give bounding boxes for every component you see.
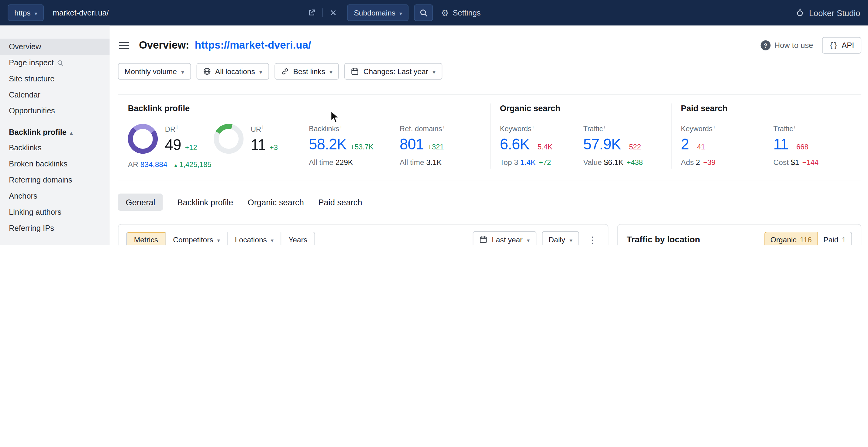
changes-filter-dropdown[interactable]: Changes: Last year	[345, 63, 442, 80]
caret-down-icon	[569, 235, 572, 244]
toggle-organic[interactable]: Organic 116	[764, 232, 818, 245]
sidebar: Overview Page inspect Site structure Cal…	[0, 26, 110, 245]
sidebar-item-calendar[interactable]: Calendar	[0, 87, 110, 103]
info-icon: i	[262, 125, 264, 130]
tab-general[interactable]: General	[118, 194, 163, 211]
gear-icon	[441, 8, 449, 18]
caret-up-icon	[70, 128, 73, 137]
link-icon	[281, 67, 289, 75]
scope-dropdown[interactable]: Subdomains	[347, 5, 409, 21]
scope-label: Subdomains	[354, 8, 395, 17]
more-options-icon[interactable]	[584, 234, 600, 245]
protocol-label: https	[14, 8, 30, 17]
page-title: Overview:	[139, 39, 189, 51]
info-icon: i	[604, 124, 605, 129]
years-button[interactable]: Years	[281, 232, 315, 245]
open-external-icon[interactable]	[307, 8, 317, 18]
caret-down-icon	[527, 235, 530, 244]
settings-button[interactable]: Settings	[441, 8, 481, 18]
question-circle-icon: ?	[761, 40, 770, 50]
ur-donut-chart	[214, 124, 243, 153]
up-arrow-icon	[173, 160, 179, 169]
performance-toolbar: Metrics Competitors Locations Years Last…	[119, 225, 608, 246]
granularity-dropdown[interactable]: Daily	[542, 231, 579, 245]
settings-label: Settings	[453, 8, 480, 17]
caret-down-icon	[271, 235, 274, 244]
date-range-dropdown[interactable]: Last year	[473, 231, 536, 245]
organic-keywords-metric: Keywordsi 6.6K−5.4K Top 3 1.4K +72	[500, 124, 583, 167]
ar-value[interactable]: 834,884	[141, 160, 167, 169]
paid-count-badge: 1	[842, 235, 846, 244]
stats-panel: Backlink profile DRi 49+12 A	[118, 94, 861, 180]
overview-tabs: General Backlink profile Organic search …	[118, 194, 861, 211]
looker-studio-button[interactable]: Looker Studio	[796, 8, 860, 17]
caret-down-icon	[433, 67, 436, 75]
ref-domains-metric: Ref. domainsi 801+321 All time 3.1K	[400, 124, 491, 169]
url-bar[interactable]: market-dveri.ua/	[50, 5, 342, 21]
organic-traffic-metric: Traffici 57.9K−522 Value $6.1K +438	[583, 124, 671, 167]
volume-filter-dropdown[interactable]: Monthly volume	[118, 63, 191, 80]
tab-backlink-profile[interactable]: Backlink profile	[178, 194, 234, 211]
tab-organic-search[interactable]: Organic search	[248, 194, 304, 211]
info-icon: i	[443, 124, 444, 129]
sidebar-item-linking-authors[interactable]: Linking authors	[0, 204, 110, 220]
sidebar-item-backlinks[interactable]: Backlinks	[0, 140, 110, 156]
sidebar-item-site-structure[interactable]: Site structure	[0, 71, 110, 87]
ur-delta: +3	[270, 143, 278, 151]
stats-backlink-profile: Backlink profile DRi 49+12 A	[118, 104, 491, 169]
dr-value: 49	[165, 137, 181, 153]
tab-paid-search[interactable]: Paid search	[318, 194, 362, 211]
stats-organic-search: Organic search Keywordsi 6.6K−5.4K Top 3…	[491, 104, 672, 169]
toggle-paid[interactable]: Paid 1	[818, 232, 852, 245]
filter-bar: Monthly volume All locations Best links	[118, 63, 861, 80]
locations-filter-dropdown[interactable]: All locations	[196, 63, 269, 80]
traffic-by-location-title: Traffic by location	[627, 234, 700, 244]
section-title: Paid search	[681, 104, 864, 113]
calendar-icon	[351, 67, 359, 75]
metrics-tab-button[interactable]: Metrics	[127, 232, 165, 245]
sidebar-item-broken-backlinks[interactable]: Broken backlinks	[0, 156, 110, 172]
right-column: Traffic by location Organic 116 Paid 1	[617, 224, 861, 245]
locations-dropdown[interactable]: Locations	[227, 232, 281, 245]
protocol-dropdown[interactable]: https	[8, 5, 44, 21]
sidebar-item-anchors[interactable]: Anchors	[0, 188, 110, 204]
sidebar-item-referring-ips[interactable]: Referring IPs	[0, 220, 110, 236]
ar-line: AR 834,884 1,425,185	[128, 160, 214, 169]
caret-down-icon	[34, 8, 37, 17]
target-url-link[interactable]: https://market-dveri.ua/	[195, 39, 311, 51]
hamburger-menu-icon[interactable]	[118, 39, 130, 51]
caret-down-icon	[399, 8, 402, 17]
info-icon: i	[340, 124, 342, 129]
backlinks-value[interactable]: 58.2K	[309, 136, 346, 153]
sidebar-section-organic-search[interactable]: Organic search	[0, 236, 110, 245]
dr-donut-chart	[128, 124, 158, 153]
sidebar-item-overview[interactable]: Overview	[0, 39, 110, 55]
sidebar-item-referring-domains[interactable]: Referring domains	[0, 172, 110, 188]
info-icon: i	[714, 124, 715, 129]
clear-url-icon[interactable]	[329, 8, 339, 18]
sidebar-item-page-inspect[interactable]: Page inspect	[0, 55, 110, 71]
api-button[interactable]: {} API	[822, 37, 861, 54]
url-text[interactable]: market-dveri.ua/	[53, 8, 109, 17]
app-window: https market-dveri.ua/ Subdomains	[0, 0, 868, 245]
search-icon	[420, 8, 428, 17]
page-header: Overview: https://market-dveri.ua/ ? How…	[118, 36, 861, 54]
competitors-dropdown[interactable]: Competitors	[165, 232, 227, 245]
organic-paid-toggle: Organic 116 Paid 1	[764, 232, 852, 245]
info-icon: i	[177, 125, 178, 130]
paid-keywords-metric: Keywordsi 2−41 Ads 2 −39	[681, 124, 773, 167]
caret-up-icon	[69, 245, 71, 245]
divider	[322, 8, 323, 17]
sidebar-item-opportunities[interactable]: Opportunities	[0, 103, 110, 119]
info-icon: i	[794, 124, 795, 129]
search-button[interactable]	[414, 5, 433, 21]
how-to-use-button[interactable]: ? How to use	[761, 40, 813, 50]
best-links-filter-dropdown[interactable]: Best links	[274, 63, 339, 80]
info-icon: i	[532, 124, 534, 129]
backlinks-metric: Backlinksi 58.2K+53.7K All time 229K	[309, 124, 400, 169]
caret-down-icon	[181, 67, 184, 75]
traffic-by-location-card: Traffic by location Organic 116 Paid 1	[617, 224, 861, 245]
ref-domains-value[interactable]: 801	[400, 136, 424, 153]
sidebar-section-backlink-profile[interactable]: Backlink profile	[0, 119, 110, 140]
performance-card: Metrics Competitors Locations Years Last…	[118, 224, 609, 245]
